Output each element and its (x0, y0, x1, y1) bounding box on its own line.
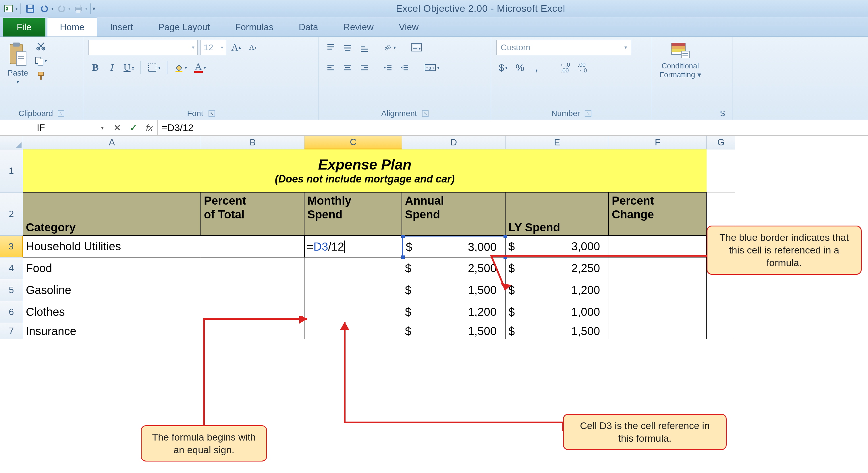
row-header-7[interactable]: 7 (0, 323, 23, 339)
copy-icon[interactable]: ▾ (34, 55, 48, 67)
group-clipboard: Paste ▾ ▾ Clipboard⤡ (0, 37, 83, 120)
header-monthly-spend[interactable]: MonthlySpend (305, 193, 402, 236)
col-header-F[interactable]: F (609, 136, 707, 149)
col-header-E[interactable]: E (505, 136, 609, 149)
undo-drop-icon[interactable]: ▾ (52, 6, 54, 11)
tab-view[interactable]: View (386, 18, 431, 36)
comma-format-icon[interactable]: , (530, 60, 544, 75)
formula-cancel-icon[interactable]: ✕ (109, 123, 125, 133)
tab-review[interactable]: Review (331, 18, 386, 36)
number-launcher-icon[interactable]: ⤡ (585, 110, 591, 117)
increase-decimal-icon[interactable]: ←.0.00 (558, 60, 572, 75)
undo-icon[interactable] (38, 2, 51, 15)
align-left-icon[interactable] (324, 60, 338, 75)
increase-indent-icon[interactable] (398, 60, 411, 75)
shrink-font-icon[interactable]: A▾ (246, 40, 260, 55)
cell-A6[interactable]: Clothes (23, 301, 201, 323)
print-drop-icon[interactable]: ▾ (85, 6, 87, 11)
tab-page-layout[interactable]: Page Layout (146, 18, 223, 36)
align-right-icon[interactable] (357, 60, 371, 75)
paste-drop-icon[interactable]: ▾ (17, 79, 19, 85)
tab-insert[interactable]: Insert (97, 18, 146, 36)
paste-button[interactable]: Paste ▾ (5, 40, 30, 87)
select-all-button[interactable] (0, 136, 23, 149)
tab-data[interactable]: Data (286, 18, 331, 36)
font-color-icon[interactable]: A▾ (192, 60, 205, 75)
cell-G6[interactable] (707, 301, 735, 323)
cell-B5[interactable] (201, 279, 305, 301)
align-middle-icon[interactable] (341, 40, 354, 55)
cell-B4[interactable] (201, 258, 305, 279)
excel-app-icon[interactable] (2, 2, 15, 15)
font-name-combo[interactable]: ▾ (89, 40, 197, 55)
font-launcher-icon[interactable]: ⤡ (209, 110, 215, 117)
cell-A5[interactable]: Gasoline (23, 279, 201, 301)
ribbon-body: Paste ▾ ▾ Clipboard⤡ ▾ 12▾ A▴ A▾ B I U▾ (0, 37, 868, 120)
borders-icon[interactable]: ▾ (146, 60, 162, 75)
decrease-decimal-icon[interactable]: .00→.0 (575, 60, 589, 75)
row-header-6[interactable]: 6 (0, 301, 23, 323)
app-menu-drop-icon[interactable]: ▾ (16, 6, 18, 11)
cell-C5[interactable] (305, 279, 402, 301)
orientation-icon[interactable]: ab▾ (381, 40, 398, 55)
fill-color-icon[interactable]: ▾ (172, 60, 189, 75)
header-ly-spend[interactable]: LY Spend (505, 193, 609, 236)
qat-customize-icon[interactable]: ▾ (92, 5, 95, 12)
header-percent-change[interactable]: PercentChange (609, 193, 707, 236)
format-painter-icon[interactable] (34, 69, 48, 82)
wrap-text-icon[interactable] (409, 40, 424, 55)
italic-button[interactable]: I (105, 60, 119, 75)
cell-B3[interactable] (201, 236, 305, 258)
name-box[interactable]: IF ▾ (0, 120, 109, 135)
align-top-icon[interactable] (324, 40, 338, 55)
cell-A4[interactable]: Food (23, 258, 201, 279)
cell-G1[interactable] (707, 149, 735, 193)
conditional-formatting-button[interactable]: Conditional Formatting ▾ (657, 40, 704, 81)
header-category[interactable]: Category (23, 193, 201, 236)
merge-center-icon[interactable]: a▾ (423, 60, 441, 75)
formula-enter-icon[interactable]: ✓ (125, 123, 141, 133)
number-format-combo[interactable]: Custom▾ (496, 40, 631, 55)
formula-input[interactable]: =D3/12 (158, 120, 868, 135)
bold-button[interactable]: B (89, 60, 102, 75)
cell-A3[interactable]: Household Utilities (23, 236, 201, 258)
tab-file[interactable]: File (3, 18, 45, 36)
clipboard-launcher-icon[interactable]: ⤡ (58, 110, 64, 117)
cell-A7[interactable]: Insurance (23, 323, 201, 339)
print-icon[interactable] (72, 2, 85, 15)
cond-fmt-label1: Conditional (661, 61, 699, 70)
header-percent-total[interactable]: Percentof Total (201, 193, 305, 236)
accounting-format-icon[interactable]: $▾ (496, 60, 510, 75)
alignment-launcher-icon[interactable]: ⤡ (422, 110, 429, 117)
underline-button[interactable]: U▾ (122, 60, 136, 75)
row-header-5[interactable]: 5 (0, 279, 23, 301)
redo-drop-icon[interactable]: ▾ (68, 6, 70, 11)
alignment-label: Alignment (381, 109, 417, 118)
header-annual-spend[interactable]: AnnualSpend (402, 193, 505, 236)
cell-C4[interactable] (305, 258, 402, 279)
grow-font-icon[interactable]: A▴ (229, 40, 243, 55)
col-header-A[interactable]: A (23, 136, 201, 149)
col-header-C[interactable]: C (305, 136, 402, 149)
percent-format-icon[interactable]: % (513, 60, 527, 75)
font-size-combo[interactable]: 12▾ (200, 40, 226, 55)
row-header-2[interactable]: 2 (0, 193, 23, 236)
tab-formulas[interactable]: Formulas (223, 18, 286, 36)
tab-home[interactable]: Home (47, 18, 97, 36)
title-cell[interactable]: Expense Plan (Does not include mortgage … (23, 149, 707, 193)
col-header-B[interactable]: B (201, 136, 305, 149)
redo-icon[interactable] (55, 2, 68, 15)
cell-G7[interactable] (707, 323, 735, 339)
align-center-icon[interactable] (341, 60, 354, 75)
row-header-3[interactable]: 3 (0, 236, 23, 258)
col-header-D[interactable]: D (402, 136, 505, 149)
insert-function-icon[interactable]: fx (141, 123, 157, 133)
cut-icon[interactable] (34, 40, 48, 52)
save-icon[interactable] (24, 2, 36, 15)
align-bottom-icon[interactable] (357, 40, 371, 55)
row-header-1[interactable]: 1 (0, 149, 23, 193)
cell-C3[interactable]: =D3/12 (305, 236, 402, 258)
decrease-indent-icon[interactable] (381, 60, 395, 75)
row-header-4[interactable]: 4 (0, 258, 23, 279)
col-header-G[interactable]: G (707, 136, 735, 149)
